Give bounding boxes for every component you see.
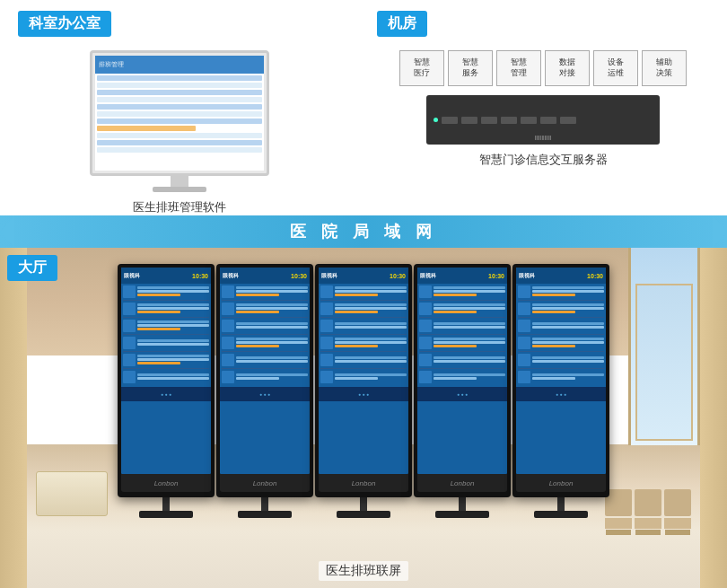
screen-time: 10:30 (192, 273, 208, 279)
screen-row (97, 147, 262, 153)
screen-row-item (320, 320, 407, 332)
info-line (137, 303, 209, 306)
avatar-box (222, 371, 234, 383)
screen-frame: 眼视科 10:30 (414, 264, 511, 497)
info-line (434, 286, 505, 289)
avatar-box (123, 371, 136, 383)
info-line (335, 338, 407, 340)
info-line (236, 338, 308, 340)
info-line (335, 356, 407, 359)
screen-top-bar: 排班管理 (95, 56, 264, 74)
brand-text: Lonbon (352, 479, 376, 487)
info-line (434, 341, 505, 344)
avatar-box (518, 303, 530, 315)
avatar-box (518, 337, 530, 349)
info-lines (532, 373, 604, 381)
screen-row-item (419, 303, 505, 315)
screen-bottom-bar: ● ● ● (417, 387, 507, 401)
info-line (532, 307, 604, 310)
screen-row (97, 126, 196, 131)
service-boxes: 智慧医疗 智慧服务 智慧管理 数据对接 设备运维 辅助决策 (399, 50, 687, 86)
screen-bottom-bar: ● ● ● (516, 387, 606, 401)
info-line (434, 326, 505, 329)
screen-header: 眼视科 10:30 (319, 268, 408, 284)
info-line (434, 290, 505, 293)
brand-text: Lonbon (154, 479, 179, 487)
divider (320, 351, 407, 352)
screen-content (220, 284, 310, 387)
screen-bottom-text: ● ● ● (556, 391, 566, 397)
screen-bottom-bar: ● ● ● (121, 387, 211, 401)
info-line (532, 326, 604, 329)
info-line (335, 307, 407, 310)
avatar-box (419, 337, 432, 349)
info-line (434, 373, 505, 376)
avatar-box (419, 303, 432, 315)
screen-bottom-text: ● ● ● (161, 391, 171, 397)
info-lines (335, 373, 407, 381)
divider (518, 368, 604, 369)
info-line (532, 341, 604, 344)
divider (419, 317, 505, 318)
info-lines (532, 303, 604, 314)
screen-content (417, 284, 507, 387)
screen-body (95, 74, 264, 156)
info-lines (434, 356, 505, 364)
screen-row-item (222, 303, 308, 315)
screen-unit-5: 眼视科 10:30 (512, 264, 609, 518)
screen-bottom-text: ● ● ● (358, 391, 369, 397)
info-lines (137, 320, 209, 331)
monitor-container: 排班管理 (18, 50, 341, 215)
info-line (434, 294, 477, 296)
screen-row-item (518, 354, 604, 366)
info-line (434, 356, 505, 359)
screen-dept: 眼视科 (519, 272, 535, 280)
chair-seat (605, 518, 632, 529)
chair-leg (635, 530, 661, 535)
info-line (236, 322, 308, 325)
info-line (137, 290, 209, 293)
screen-brand: Lonbon (417, 474, 507, 492)
screen-time: 10:30 (291, 273, 307, 279)
avatar-box (419, 285, 432, 298)
screen-display: 眼视科 10:30 (417, 268, 507, 474)
info-line (137, 358, 209, 361)
screens-array: 眼视科 10:30 (118, 264, 609, 518)
info-line (236, 303, 308, 306)
screen-row (97, 133, 262, 138)
info-line (236, 294, 279, 296)
info-line (137, 355, 209, 357)
info-lines (137, 373, 209, 381)
screen-row-item (123, 371, 209, 383)
screen-row-item (222, 354, 308, 366)
service-box-data: 数据对接 (545, 50, 590, 86)
divider (419, 368, 505, 369)
brand-text: Lonbon (451, 479, 475, 487)
screen-row-item (518, 337, 604, 349)
screen-frame: 眼视科 10:30 (118, 264, 215, 497)
info-line (236, 377, 279, 380)
info-lines (236, 356, 308, 364)
screen-row-item (419, 285, 505, 298)
service-box-assist: 辅助决策 (642, 50, 687, 86)
chair-leg (665, 530, 690, 535)
monitor-stand (171, 176, 188, 187)
screen-stand (162, 497, 170, 511)
service-box-medical: 智慧医疗 (399, 50, 444, 86)
info-lines (335, 338, 407, 348)
avatar-box (222, 285, 234, 298)
screen-content (516, 284, 606, 387)
screen-foot (238, 511, 292, 518)
screen-row-item (123, 354, 209, 366)
avatar-box (419, 354, 432, 366)
wall-right (700, 248, 727, 588)
info-line (335, 303, 407, 306)
screen-foot (435, 511, 489, 518)
info-line (532, 345, 575, 347)
screen-dept: 眼视科 (223, 272, 239, 280)
info-line (137, 324, 209, 327)
info-line (137, 343, 209, 346)
info-line (137, 339, 209, 342)
server-slot (481, 117, 497, 124)
info-lines (236, 303, 308, 314)
